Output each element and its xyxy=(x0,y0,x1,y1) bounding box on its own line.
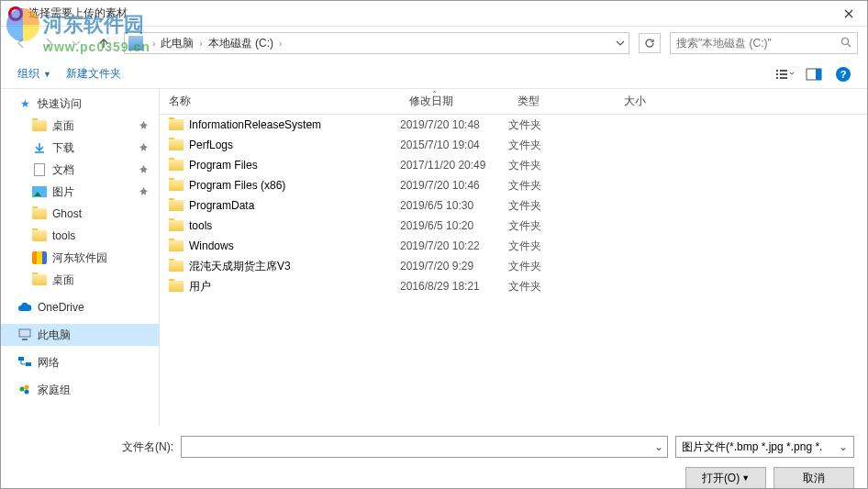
sidebar: ★ 快速访问 桌面下载文档图片Ghosttools河东软件园桌面 OneDriv… xyxy=(1,89,160,427)
svg-rect-7 xyxy=(780,77,787,79)
window-title: 选择需要上传的素材 xyxy=(28,6,830,21)
folder-icon xyxy=(169,180,184,191)
file-name: Program Files xyxy=(189,159,258,172)
svg-point-16 xyxy=(25,390,29,395)
close-icon xyxy=(844,9,853,18)
folder-icon xyxy=(169,119,184,130)
homegroup-icon xyxy=(17,383,32,397)
sidebar-item-label: 桌面 xyxy=(52,118,74,134)
file-type: 文件夹 xyxy=(508,218,615,234)
file-date: 2016/8/29 18:21 xyxy=(400,280,508,293)
file-type: 文件夹 xyxy=(508,178,615,194)
sidebar-item[interactable]: 下载 xyxy=(1,137,159,159)
file-name: 用户 xyxy=(189,279,211,295)
svg-rect-12 xyxy=(18,357,24,361)
search-box[interactable] xyxy=(670,32,858,54)
search-icon[interactable] xyxy=(840,37,851,50)
pin-icon xyxy=(139,121,148,131)
up-button[interactable] xyxy=(93,32,115,54)
column-size[interactable]: 大小 xyxy=(615,89,707,114)
organize-label: 组织 xyxy=(17,66,39,82)
sidebar-homegroup[interactable]: 家庭组 xyxy=(1,379,159,401)
filename-combobox[interactable]: ⌄ xyxy=(181,436,668,458)
preview-pane-icon xyxy=(806,68,822,81)
file-date: 2019/7/20 10:48 xyxy=(400,118,508,131)
chevron-down-icon[interactable] xyxy=(616,39,625,48)
chevron-right-icon: › xyxy=(279,39,282,49)
arrow-left-icon xyxy=(15,37,28,50)
chevron-down-icon[interactable]: ⌄ xyxy=(654,440,663,453)
pin-icon xyxy=(139,187,148,197)
file-date: 2019/6/5 10:20 xyxy=(400,219,508,232)
close-button[interactable] xyxy=(830,1,867,27)
breadcrumb[interactable]: › 此电脑 › 本地磁盘 (C:) › xyxy=(124,32,629,54)
sidebar-item-label: 下载 xyxy=(52,140,74,156)
file-row[interactable]: InformationReleaseSystem2019/7/20 10:48文… xyxy=(160,115,867,135)
file-row[interactable]: Program Files (x86)2019/7/20 10:46文件夹 xyxy=(160,175,867,195)
folder-icon xyxy=(169,281,184,292)
open-button[interactable]: 打开(O) ▼ xyxy=(685,467,766,489)
sidebar-onedrive[interactable]: OneDrive xyxy=(1,296,159,318)
forward-button[interactable] xyxy=(38,32,60,54)
file-filter-dropdown[interactable]: 图片文件(*.bmp *.jpg *.png *. ⌄ xyxy=(675,436,854,458)
column-name[interactable]: 名称 xyxy=(160,89,400,114)
file-name: Windows xyxy=(189,239,234,252)
svg-rect-5 xyxy=(780,73,787,75)
organize-button[interactable]: 组织 ▼ xyxy=(14,63,55,84)
titlebar: 选择需要上传的素材 xyxy=(1,1,867,27)
cancel-button[interactable]: 取消 xyxy=(773,467,854,489)
sidebar-item-label: tools xyxy=(52,229,75,242)
sidebar-item[interactable]: tools xyxy=(1,225,159,247)
new-folder-button[interactable]: 新建文件夹 xyxy=(62,63,125,84)
file-row[interactable]: Program Files2017/11/20 20:49文件夹 xyxy=(160,155,867,175)
file-name: Program Files (x86) xyxy=(189,179,285,192)
refresh-button[interactable] xyxy=(639,33,661,53)
chevron-down-icon xyxy=(72,39,81,48)
pin-icon xyxy=(139,165,148,175)
back-button[interactable] xyxy=(10,32,32,54)
chevron-right-icon: › xyxy=(152,39,155,49)
svg-rect-6 xyxy=(776,77,778,79)
sidebar-item[interactable]: 河东软件园 xyxy=(1,247,159,269)
sidebar-this-pc[interactable]: 此电脑 xyxy=(1,324,159,346)
view-options-button[interactable] xyxy=(773,64,796,84)
navigation-row: › 此电脑 › 本地磁盘 (C:) › xyxy=(1,27,867,60)
file-type: 文件夹 xyxy=(508,117,615,133)
sidebar-item[interactable]: 桌面 xyxy=(1,269,159,291)
arrow-up-icon xyxy=(97,37,110,50)
file-area: ⌃ 名称 修改日期 类型 大小 InformationReleaseSystem… xyxy=(160,89,867,427)
chevron-right-icon: › xyxy=(199,39,202,49)
file-row[interactable]: 用户2016/8/29 18:21文件夹 xyxy=(160,276,867,296)
sidebar-item[interactable]: 图片 xyxy=(1,181,159,203)
breadcrumb-segment[interactable]: 此电脑 xyxy=(161,36,194,51)
column-date[interactable]: 修改日期 xyxy=(400,89,508,114)
breadcrumb-segment[interactable]: 本地磁盘 (C:) xyxy=(208,36,273,51)
file-row[interactable]: Windows2019/7/20 10:22文件夹 xyxy=(160,236,867,256)
chevron-down-icon: ▼ xyxy=(43,70,51,79)
file-row[interactable]: PerfLogs2015/7/10 19:04文件夹 xyxy=(160,135,867,155)
dialog-footer: 文件名(N): ⌄ 图片文件(*.bmp *.jpg *.png *. ⌄ 打开… xyxy=(1,427,867,489)
star-icon: ★ xyxy=(17,96,32,111)
sidebar-item-label: 文档 xyxy=(52,162,74,178)
file-date: 2019/7/20 10:46 xyxy=(400,179,508,192)
help-button[interactable]: ? xyxy=(832,64,854,84)
column-type[interactable]: 类型 xyxy=(508,89,615,114)
sidebar-quick-access[interactable]: ★ 快速访问 xyxy=(1,93,159,115)
sidebar-item[interactable]: 文档 xyxy=(1,159,159,181)
file-row[interactable]: 混沌天成期货主席V32019/7/20 9:29文件夹 xyxy=(160,256,867,276)
sidebar-item[interactable]: Ghost xyxy=(1,203,159,225)
drive-icon xyxy=(128,36,143,50)
svg-rect-4 xyxy=(776,73,778,75)
sidebar-item[interactable]: 桌面 xyxy=(1,115,159,137)
preview-pane-button[interactable] xyxy=(803,64,825,84)
file-date: 2019/7/20 9:29 xyxy=(400,260,508,272)
file-row[interactable]: ProgramData2019/6/5 10:30文件夹 xyxy=(160,195,867,216)
recent-button[interactable] xyxy=(65,32,87,54)
file-row[interactable]: tools2019/6/5 10:20文件夹 xyxy=(160,216,867,236)
search-input[interactable] xyxy=(676,37,840,50)
sidebar-network[interactable]: 网络 xyxy=(1,351,159,373)
view-icon xyxy=(775,68,794,81)
filename-input[interactable] xyxy=(185,440,654,453)
folder-icon xyxy=(169,240,184,251)
file-type: 文件夹 xyxy=(508,259,615,274)
